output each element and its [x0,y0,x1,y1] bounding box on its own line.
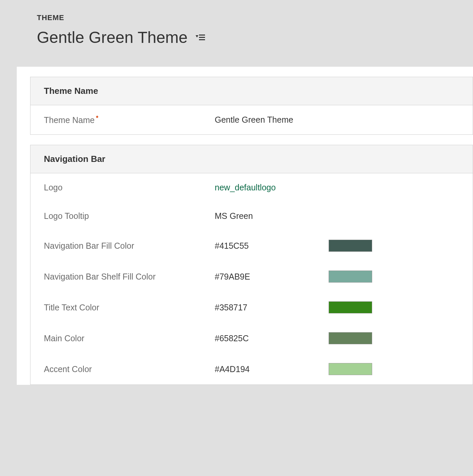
navigation-bar-panel: Navigation Bar Logonew_defaultlogoLogo T… [30,145,473,385]
nav-field-label: Logo [44,183,215,192]
nav-field-value[interactable]: #415C55 [215,241,329,251]
navigation-bar-panel-body: Logonew_defaultlogoLogo TooltipMS GreenN… [30,173,473,384]
nav-swatch-cell [329,363,459,375]
nav-field-label: Accent Color [44,364,215,374]
page-header: THEME Gentle Green Theme [0,0,473,67]
theme-name-panel-body: Theme Name* Gentle Green Theme [30,105,473,134]
breadcrumb[interactable]: THEME [37,13,473,22]
nav-field-label: Title Text Color [44,303,215,312]
record-menu-icon[interactable] [194,33,206,43]
color-swatch[interactable] [329,271,372,283]
nav-field-value[interactable]: #358717 [215,303,329,312]
navigation-bar-panel-header: Navigation Bar [30,145,473,173]
color-swatch[interactable] [329,363,372,375]
nav-field-value[interactable]: MS Green [215,211,329,221]
nav-field-link[interactable]: new_defaultlogo [215,183,329,192]
page-title: Gentle Green Theme [37,28,188,47]
nav-field-label: Navigation Bar Fill Color [44,241,215,251]
nav-field-label: Main Color [44,334,215,343]
nav-field-label: Logo Tooltip [44,211,215,221]
theme-name-field-row: Theme Name* Gentle Green Theme [30,105,473,134]
theme-name-panel: Theme Name Theme Name* Gentle Green Them… [30,77,473,135]
theme-name-label-text: Theme Name [44,115,94,125]
svg-rect-2 [199,37,205,38]
color-swatch[interactable] [329,332,372,344]
content-area: Theme Name Theme Name* Gentle Green Them… [17,67,473,385]
nav-field-row: Navigation Bar Shelf Fill Color#79AB9E [30,261,473,292]
nav-field-row: Accent Color#A4D194 [30,354,473,384]
theme-name-panel-header: Theme Name [30,77,473,105]
color-swatch[interactable] [329,240,372,252]
nav-field-row: Logo TooltipMS Green [30,202,473,230]
required-indicator-icon: * [96,115,98,121]
nav-field-row: Logonew_defaultlogo [30,173,473,202]
nav-field-row: Title Text Color#358717 [30,292,473,323]
nav-swatch-cell [329,301,459,313]
color-swatch[interactable] [329,301,372,313]
nav-swatch-cell [329,240,459,252]
svg-rect-1 [199,35,205,36]
nav-field-row: Navigation Bar Fill Color#415C55 [30,230,473,261]
page-title-row: Gentle Green Theme [37,28,473,47]
nav-swatch-cell [329,271,459,283]
nav-field-value[interactable]: #A4D194 [215,364,329,374]
nav-field-label: Navigation Bar Shelf Fill Color [44,272,215,282]
theme-name-value[interactable]: Gentle Green Theme [215,115,329,125]
nav-field-value[interactable]: #65825C [215,334,329,343]
theme-name-label: Theme Name* [44,115,215,125]
svg-rect-3 [199,39,205,40]
svg-marker-0 [196,35,198,38]
nav-field-value[interactable]: #79AB9E [215,272,329,282]
nav-swatch-cell [329,332,459,344]
nav-field-row: Main Color#65825C [30,323,473,354]
